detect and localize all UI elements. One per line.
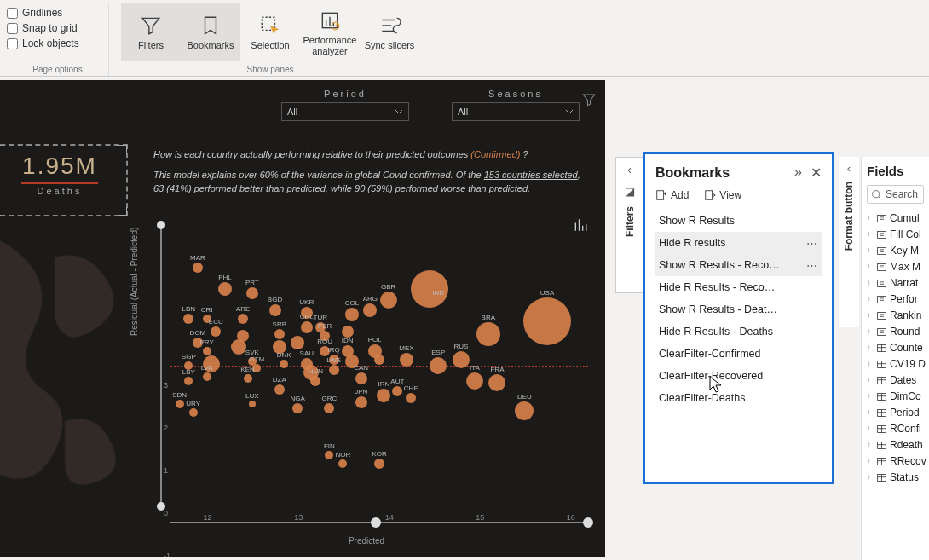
bookmark-item[interactable]: Show R Results - Deat…⋯ xyxy=(655,298,822,320)
bookmark-item[interactable]: Hide R Results - Deaths⋯ xyxy=(655,320,822,343)
data-point[interactable] xyxy=(274,384,285,395)
bookmark-item[interactable]: Hide R Results - Reco…⋯ xyxy=(655,276,822,298)
point-label: GTM xyxy=(249,355,264,362)
data-point[interactable] xyxy=(355,372,367,384)
data-point[interactable] xyxy=(269,304,281,316)
close-icon[interactable]: ✕ xyxy=(811,165,822,181)
field-item[interactable]: 〉Perfor xyxy=(867,293,924,305)
data-point[interactable] xyxy=(374,355,384,365)
more-icon[interactable]: ⋯ xyxy=(806,237,818,250)
chevron-left-icon[interactable]: ‹ xyxy=(847,162,851,175)
data-point[interactable] xyxy=(203,372,211,381)
data-point[interactable] xyxy=(523,297,571,345)
lock-objects-check[interactable]: Lock objects xyxy=(7,38,108,49)
selection-button[interactable]: Selection xyxy=(240,3,300,61)
bookmark-item[interactable]: ClearFilter-Recovered⋯ xyxy=(655,365,822,387)
filters-pane-collapsed[interactable]: ‹ ◪ Filters xyxy=(615,157,643,293)
data-point[interactable] xyxy=(189,408,198,417)
data-point[interactable] xyxy=(406,393,416,403)
gridlines-check[interactable]: Gridlines xyxy=(7,7,108,19)
data-point[interactable] xyxy=(238,314,248,324)
scatter-chart[interactable]: Residual (Actual - Predicted) Predicted … xyxy=(136,225,597,549)
data-point[interactable] xyxy=(338,459,347,468)
data-point[interactable] xyxy=(183,314,193,324)
field-item[interactable]: 〉RConfi xyxy=(867,423,924,435)
map-visual xyxy=(0,216,136,523)
field-item[interactable]: 〉Dates xyxy=(867,374,924,386)
expand-icon[interactable]: » xyxy=(794,165,802,181)
data-point[interactable] xyxy=(324,403,334,413)
field-item[interactable]: 〉Rdeath xyxy=(867,439,924,451)
field-item[interactable]: 〉Cumul xyxy=(867,212,924,224)
snap-to-grid-check[interactable]: Snap to grid xyxy=(7,22,108,34)
data-point[interactable] xyxy=(203,347,211,355)
data-point[interactable] xyxy=(292,403,303,413)
data-point[interactable] xyxy=(280,360,288,368)
add-bookmark-button[interactable]: Add xyxy=(655,189,689,201)
data-point[interactable] xyxy=(176,400,184,408)
bookmark-item[interactable]: Show R Results - Reco…⋯ xyxy=(655,254,822,276)
bookmark-item[interactable]: Hide R results⋯ xyxy=(655,232,822,254)
field-item[interactable]: 〉Key M xyxy=(867,245,924,257)
data-point[interactable] xyxy=(246,287,258,299)
kpi-card[interactable]: 1.95M Deaths xyxy=(0,144,128,216)
x-range-slider[interactable] xyxy=(170,522,588,523)
data-point[interactable] xyxy=(184,377,193,385)
data-point[interactable] xyxy=(377,389,390,402)
bookmark-item[interactable]: Show R Results⋯ xyxy=(655,210,822,232)
data-point[interactable] xyxy=(374,459,384,469)
period-slicer[interactable]: Period All xyxy=(281,89,409,121)
data-point[interactable] xyxy=(515,401,534,420)
data-point[interactable] xyxy=(392,386,402,396)
bookmark-item[interactable]: ClearFilter-Deaths⋯ xyxy=(655,387,822,409)
format-pane-collapsed[interactable]: ‹ Format button xyxy=(839,157,859,327)
data-point[interactable] xyxy=(325,451,333,459)
svg-point-2 xyxy=(332,23,339,31)
data-point[interactable] xyxy=(249,401,256,407)
data-point[interactable] xyxy=(400,353,413,367)
data-point[interactable] xyxy=(488,374,505,391)
chevron-left-icon[interactable]: ‹ xyxy=(627,163,632,176)
field-item[interactable]: 〉Narrat xyxy=(867,277,924,289)
data-point[interactable] xyxy=(430,357,447,374)
data-point[interactable] xyxy=(291,336,304,349)
field-item[interactable]: 〉CV19 D xyxy=(867,358,924,370)
field-item[interactable]: 〉Round xyxy=(867,326,924,338)
field-item[interactable]: 〉RRecov xyxy=(867,455,924,467)
eraser-icon[interactable]: ◪ xyxy=(625,185,635,198)
data-point[interactable] xyxy=(380,292,397,309)
field-item[interactable]: 〉Max M xyxy=(867,261,924,273)
data-point[interactable] xyxy=(476,322,500,346)
seasons-slicer[interactable]: Seasons All xyxy=(452,89,580,121)
data-point[interactable] xyxy=(193,263,203,273)
field-item[interactable]: 〉Counte xyxy=(867,342,924,354)
field-item[interactable]: 〉Fill Col xyxy=(867,228,924,240)
visual-filter-icon[interactable] xyxy=(581,92,597,111)
data-point[interactable] xyxy=(274,329,285,339)
field-item[interactable]: 〉Period xyxy=(867,407,924,419)
fields-search[interactable]: Search xyxy=(867,185,924,204)
data-point[interactable] xyxy=(211,326,221,337)
bookmarks-button[interactable]: Bookmarks xyxy=(181,3,240,61)
bookmark-item[interactable]: ClearFilter-Confirmed⋯ xyxy=(655,343,822,365)
more-icon[interactable]: ⋯ xyxy=(806,259,818,272)
field-item[interactable]: 〉Rankin xyxy=(867,309,924,321)
data-point[interactable] xyxy=(244,374,252,383)
data-point[interactable] xyxy=(355,396,367,408)
data-point[interactable] xyxy=(453,351,470,368)
performance-button[interactable]: Performance analyzer xyxy=(300,3,360,61)
data-point[interactable] xyxy=(231,339,246,355)
field-item[interactable]: 〉Status xyxy=(867,471,924,483)
data-point[interactable] xyxy=(218,282,232,296)
field-item[interactable]: 〉DimCo xyxy=(867,390,924,402)
data-point[interactable] xyxy=(345,308,359,321)
data-point[interactable] xyxy=(363,303,377,317)
filters-button[interactable]: Filters xyxy=(121,3,181,61)
data-point[interactable] xyxy=(466,372,483,390)
data-point[interactable] xyxy=(310,376,320,386)
view-bookmark-button[interactable]: View xyxy=(704,189,741,201)
data-point[interactable] xyxy=(301,321,313,333)
y-range-slider[interactable] xyxy=(160,225,162,506)
sync-slicers-button[interactable]: Sync slicers xyxy=(360,3,419,61)
data-point[interactable] xyxy=(329,365,339,375)
